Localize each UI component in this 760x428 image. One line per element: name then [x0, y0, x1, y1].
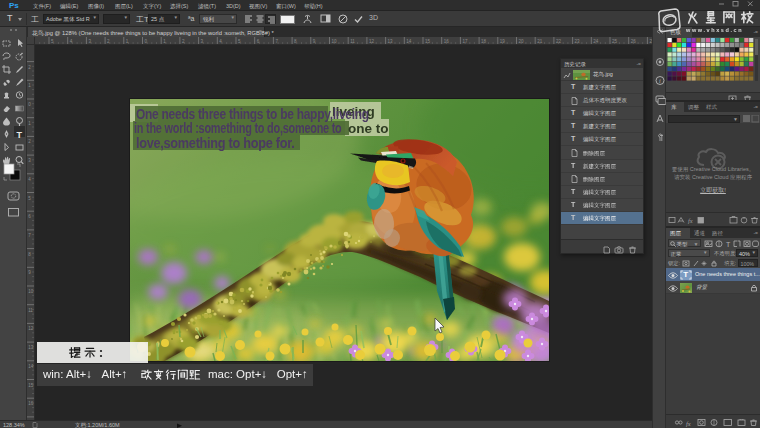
svg-text:11: 11 — [28, 308, 33, 313]
svg-text:14: 14 — [28, 364, 34, 369]
svg-text:www.vhxsd.cn: www.vhxsd.cn — [685, 27, 743, 33]
svg-text:fx: fx — [686, 420, 691, 427]
svg-text:13: 13 — [28, 345, 34, 350]
svg-text:15: 15 — [28, 383, 34, 388]
svg-text:16: 16 — [28, 401, 34, 406]
svg-text:10: 10 — [28, 289, 34, 294]
svg-text:12: 12 — [28, 326, 34, 331]
svg-text:fx: fx — [688, 217, 693, 224]
svg-text:T: T — [726, 240, 731, 247]
svg-text:i: i — [659, 78, 661, 84]
